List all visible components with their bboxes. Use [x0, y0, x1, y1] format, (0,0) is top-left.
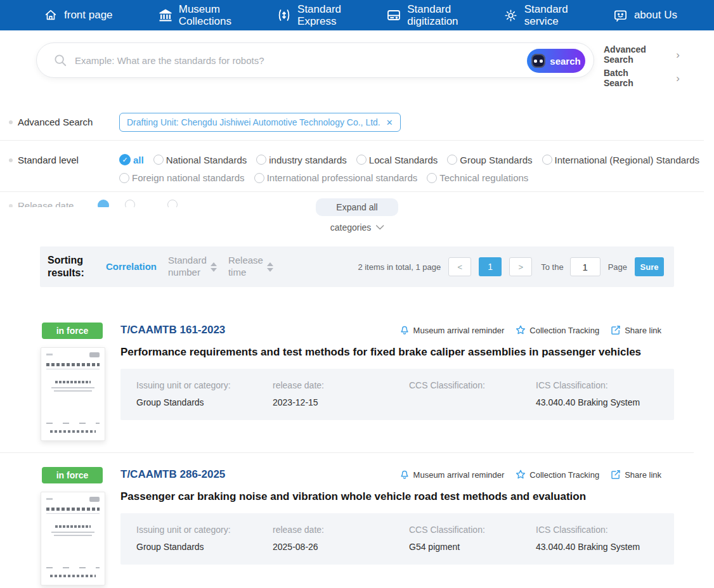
share-icon [610, 324, 621, 336]
radio-industry-standards[interactable]: industry standards [256, 155, 347, 165]
nav-standard-express[interactable]: Standard Express [276, 3, 341, 27]
batch-search-label: Batch Search [604, 68, 633, 88]
release-date-row-clipped: Release date [9, 200, 218, 207]
card-actions: Museum arrival reminder Collection Track… [399, 469, 661, 480]
nav-standard-digitization[interactable]: Standard digitization [386, 3, 458, 27]
advanced-search-label: Advanced Search [604, 44, 646, 65]
card-left-column: in force [40, 467, 120, 585]
nav-label: Standard Express [297, 3, 341, 27]
standard-cover-thumbnail[interactable] [41, 347, 105, 441]
radio-national-standards[interactable]: National Standards [153, 155, 247, 165]
radio-label: Local Standards [369, 155, 438, 165]
meta-panel: Issuing unit or category: Group Standard… [120, 369, 674, 420]
bell-icon [399, 469, 410, 480]
radio-label: International (Regional) Standards [555, 155, 699, 165]
card-actions: Museum arrival reminder Collection Track… [399, 324, 661, 336]
top-navigation: front page Museum Collections Standard E… [0, 0, 714, 30]
expand-all-button[interactable]: Expand all [316, 198, 398, 216]
radio-technical-regulations[interactable]: Technical regulations [427, 172, 528, 183]
chat-smiley-icon [613, 8, 628, 23]
bell-icon [399, 324, 410, 336]
gear-icon [503, 8, 519, 23]
sort-correlation[interactable]: Correlation [106, 261, 157, 273]
expand-zone: Release date Expand all categories [0, 198, 714, 239]
divider [0, 191, 704, 192]
divider [0, 140, 704, 141]
radio-icon [125, 200, 135, 207]
sorting-bar: Sorting results: Correlation Standard nu… [40, 246, 674, 287]
nav-front-page[interactable]: front page [43, 8, 113, 23]
radio-label: National Standards [166, 155, 247, 165]
page-word-label: Page [608, 262, 627, 272]
bullet-dot [9, 158, 13, 162]
meta-col: ICS Classification: 43.040.40 Braking Sy… [536, 380, 668, 407]
batch-search-link[interactable]: Batch Search › [604, 68, 680, 88]
result-card: in force T/CAAMTB 161-2023 Museum arriva… [40, 323, 674, 441]
next-page-button[interactable]: > [509, 257, 532, 276]
categories-label: categories [330, 222, 372, 233]
categories-toggle[interactable]: categories [330, 222, 384, 233]
collection-tracking-link[interactable]: Collection Tracking [515, 469, 599, 480]
to-the-label: To the [541, 262, 563, 272]
radio-label: all [133, 155, 144, 165]
star-icon [515, 469, 526, 480]
filter-tag-drafting-unit[interactable]: Drafting Unit: Chengdu Jishiwei Automoti… [119, 113, 401, 132]
search-icon [53, 53, 67, 67]
museum-icon [158, 8, 173, 23]
sure-button[interactable]: Sure [635, 257, 664, 276]
radio-group-standards[interactable]: Group Standards [447, 155, 532, 165]
meta-col: release date: 2025-08-26 [273, 525, 409, 552]
radio-icon [119, 173, 129, 183]
standard-number-link[interactable]: T/CAAMTB 161-2023 [120, 324, 225, 336]
radio-label: Technical regulations [439, 172, 528, 183]
close-icon[interactable]: ✕ [386, 118, 393, 127]
digitization-icon [386, 8, 401, 23]
share-link[interactable]: Share link [610, 469, 661, 480]
radio-checked-icon [98, 200, 109, 207]
radio-all[interactable]: ✓ all [119, 154, 144, 165]
current-page-button[interactable]: 1 [479, 257, 502, 276]
star-icon [515, 324, 526, 336]
radio-international-regional-standards[interactable]: International (Regional) Standards [542, 155, 699, 165]
collection-tracking-link[interactable]: Collection Tracking [515, 324, 599, 336]
share-link[interactable]: Share link [610, 324, 661, 336]
museum-arrival-reminder-link[interactable]: Museum arrival reminder [399, 324, 505, 336]
page-jump-input[interactable] [570, 257, 600, 276]
sort-release-time[interactable]: Release time [228, 255, 273, 279]
nav-label: front page [64, 9, 113, 21]
standard-title[interactable]: Performance requirements and test method… [120, 346, 674, 359]
home-icon [43, 8, 58, 23]
radio-foreign-national-standards[interactable]: Foreign national standards [119, 172, 245, 183]
card-body: T/CAAMTB 161-2023 Museum arrival reminde… [120, 323, 674, 441]
chevron-down-icon [375, 225, 384, 230]
radio-local-standards[interactable]: Local Standards [356, 155, 438, 165]
prev-page-button[interactable]: < [448, 257, 471, 276]
express-icon [276, 8, 292, 23]
meta-col: Issuing unit or category: Group Standard… [136, 525, 273, 552]
museum-arrival-reminder-link[interactable]: Museum arrival reminder [399, 469, 505, 480]
nav-label: Standard service [524, 3, 568, 27]
sort-arrows-icon [267, 262, 273, 272]
nav-museum-collections[interactable]: Museum Collections [158, 3, 231, 27]
standard-level-row: Standard level ✓ all National Standards … [0, 154, 714, 190]
meta-panel: Issuing unit or category: Group Standard… [120, 513, 674, 565]
search-input[interactable] [75, 55, 524, 66]
radio-international-professional-standards[interactable]: International professional standards [254, 172, 418, 183]
nav-about-us[interactable]: about Us [613, 8, 677, 23]
radio-icon [153, 155, 164, 165]
share-icon [610, 469, 621, 480]
advanced-search-link[interactable]: Advanced Search › [604, 44, 680, 65]
search-button[interactable]: search [527, 49, 585, 73]
radio-checked-icon: ✓ [119, 154, 131, 165]
search-side-links: Advanced Search › Batch Search › [604, 44, 680, 91]
standard-cover-thumbnail[interactable] [41, 492, 105, 585]
status-badge: in force [42, 323, 103, 339]
bullet-dot [9, 204, 13, 207]
radio-icon [356, 155, 367, 165]
nav-standard-service[interactable]: Standard service [503, 3, 568, 27]
chevron-right-icon: › [676, 73, 680, 84]
standard-number-link[interactable]: T/CAAMTB 286-2025 [120, 468, 225, 481]
standard-title[interactable]: Passenger car braking noise and vibratio… [120, 490, 674, 503]
release-date-label: Release date [18, 200, 89, 207]
sort-standard-number[interactable]: Standard number [168, 255, 217, 279]
